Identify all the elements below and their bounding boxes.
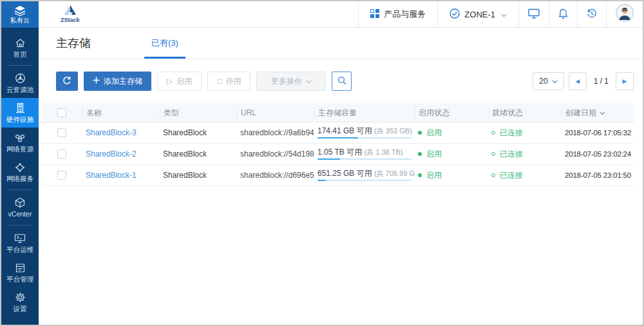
sidebar-logo[interactable]: 私有云 xyxy=(1,1,39,28)
notifications-button[interactable] xyxy=(549,1,577,27)
sidebar-item-vcenter[interactable]: vCenter xyxy=(1,193,39,222)
cell-url: sharedblock://d696e58... xyxy=(237,171,314,180)
avatar xyxy=(616,4,634,24)
enable-button[interactable]: ▷ 启用 xyxy=(157,72,202,91)
sort-chevron-icon xyxy=(600,108,605,118)
network-service-icon xyxy=(15,162,25,173)
cell-enable-state: 启用 xyxy=(415,149,488,160)
next-page-button[interactable]: ▶ xyxy=(616,72,634,90)
capacity-progress-bar xyxy=(317,180,412,181)
primary-storage-table: 名称 类型 URL 主存储容量 启用状态 就绪状态 创建日期 SharedBlo… xyxy=(41,103,634,186)
console-button[interactable] xyxy=(519,1,549,27)
cell-type: SharedBlock xyxy=(160,171,237,180)
capacity-indicator: 651.25 GB 可用 (共 705.99 GB) xyxy=(317,169,412,181)
status-dot-icon xyxy=(418,131,422,135)
sidebar-item-hardware[interactable]: 硬件设施 xyxy=(1,98,39,128)
capacity-available: 1.05 TB 可用 xyxy=(317,148,364,157)
prev-page-button[interactable]: ◀ xyxy=(569,72,587,90)
sidebar-item-settings[interactable]: 设置 xyxy=(1,287,39,317)
column-header-type[interactable]: 类型 xyxy=(160,108,237,118)
cell-type: SharedBlock xyxy=(160,149,237,158)
add-primary-storage-button[interactable]: 添加主存储 xyxy=(84,72,151,91)
storage-name-link[interactable]: SharedBlock-1 xyxy=(86,171,137,180)
zstack-brand-label: ZStack xyxy=(61,17,80,23)
cell-ready-state: 已连接 xyxy=(488,128,562,139)
enable-status-badge: 启用 xyxy=(418,170,488,181)
chevron-down-icon xyxy=(501,10,507,19)
capacity-progress-fill xyxy=(317,180,326,181)
column-header-capacity[interactable]: 主存储容量 xyxy=(314,108,415,118)
pagination: 20 ◀ 1 / 1 ▶ xyxy=(533,72,634,90)
refresh-button[interactable] xyxy=(56,72,78,91)
table-body: SharedBlock-3SharedBlocksharedblock://9a… xyxy=(41,122,634,186)
play-icon: ▷ xyxy=(167,77,173,85)
sidebar-item-platform-mgmt[interactable]: 平台管理 xyxy=(1,258,39,287)
page-header: 主存储 已有(3) xyxy=(39,28,643,59)
sidebar-item-platform-ops[interactable]: 平台运维 xyxy=(1,228,39,258)
column-header-url[interactable]: URL xyxy=(237,108,314,118)
user-menu[interactable] xyxy=(607,1,643,27)
sidebar-item-network-resource[interactable]: 网络资源 xyxy=(1,128,39,157)
network-resource-icon xyxy=(14,133,26,143)
platform-mgmt-icon xyxy=(15,263,25,273)
cell-name: SharedBlock-3 xyxy=(82,128,160,137)
capacity-total: (共 1.38 TB) xyxy=(364,148,402,156)
main-area: ZStack 产品与服务 ZONE-1 xyxy=(39,1,643,325)
enable-status-label: 启用 xyxy=(426,170,442,181)
sidebar-item-cloud-pool[interactable]: 云资源池 xyxy=(1,68,39,98)
tab-existing-label: 已有(3) xyxy=(151,37,178,49)
page-size-value: 20 xyxy=(539,77,547,86)
more-actions-label: 更多操作 xyxy=(271,76,302,87)
sidebar-item-network-service[interactable]: 网络服务 xyxy=(1,157,39,187)
sidebar-item-label: 硬件设施 xyxy=(6,116,33,123)
cell-name: SharedBlock-1 xyxy=(82,171,160,180)
disable-button[interactable]: □ 停用 xyxy=(207,72,251,91)
cell-capacity: 1.05 TB 可用 (共 1.38 TB) xyxy=(314,148,415,160)
zone-icon xyxy=(450,8,460,21)
sidebar-item-label: 平台运维 xyxy=(6,246,33,253)
column-header-name[interactable]: 名称 xyxy=(82,108,160,118)
select-all-checkbox[interactable] xyxy=(57,108,66,117)
cell-ready-state: 已连接 xyxy=(488,170,562,181)
enable-label: 启用 xyxy=(176,76,192,87)
zone-selector[interactable]: ZONE-1 xyxy=(438,1,518,27)
page-size-select[interactable]: 20 xyxy=(533,72,564,90)
tab-existing[interactable]: 已有(3) xyxy=(142,28,187,59)
column-header-created[interactable]: 创建日期 xyxy=(562,108,634,118)
storage-name-link[interactable]: SharedBlock-3 xyxy=(86,128,137,137)
row-select-cell xyxy=(41,171,82,180)
enable-status-badge: 启用 xyxy=(418,128,488,139)
sidebar-nav: 首页云资源池硬件设施网络资源网络服务vCenter平台运维平台管理设置 xyxy=(1,28,39,325)
row-checkbox[interactable] xyxy=(57,171,66,180)
cell-enable-state: 启用 xyxy=(415,128,488,139)
capacity-progress-bar xyxy=(317,137,412,139)
column-header-ready-state[interactable]: 就绪状态 xyxy=(488,108,562,118)
disable-label: 停用 xyxy=(225,76,241,87)
row-checkbox[interactable] xyxy=(57,128,66,137)
row-checkbox[interactable] xyxy=(57,149,66,158)
table-row: SharedBlock-3SharedBlocksharedblock://9a… xyxy=(41,122,634,144)
storage-name-link[interactable]: SharedBlock-2 xyxy=(86,149,137,158)
sidebar-item-label: 云资源池 xyxy=(6,86,33,93)
search-button[interactable] xyxy=(332,72,352,91)
ready-status-badge: 已连接 xyxy=(491,170,562,181)
zstack-logo[interactable]: ZStack xyxy=(61,5,80,23)
sidebar-item-label: 设置 xyxy=(14,305,27,312)
sidebar-item-home[interactable]: 首页 xyxy=(1,33,39,62)
page-title: 主存储 xyxy=(56,35,91,51)
ready-status-label: 已连接 xyxy=(500,128,523,139)
sidebar-item-label: 首页 xyxy=(14,51,27,58)
topbar-right: 产品与服务 ZONE-1 xyxy=(358,1,643,27)
more-actions-button[interactable]: 更多操作 xyxy=(256,72,326,91)
capacity-progress-bar xyxy=(317,158,412,160)
column-header-created-label: 创建日期 xyxy=(565,108,596,118)
cell-name: SharedBlock-2 xyxy=(82,149,160,158)
products-menu[interactable]: 产品与服务 xyxy=(359,1,437,27)
column-header-enable-state[interactable]: 启用状态 xyxy=(415,108,488,118)
status-ring-icon xyxy=(491,152,495,156)
stop-icon: □ xyxy=(217,77,222,85)
history-button[interactable] xyxy=(578,1,606,27)
hardware-icon xyxy=(15,102,25,113)
refresh-icon xyxy=(62,76,71,87)
platform-ops-icon xyxy=(14,233,26,244)
